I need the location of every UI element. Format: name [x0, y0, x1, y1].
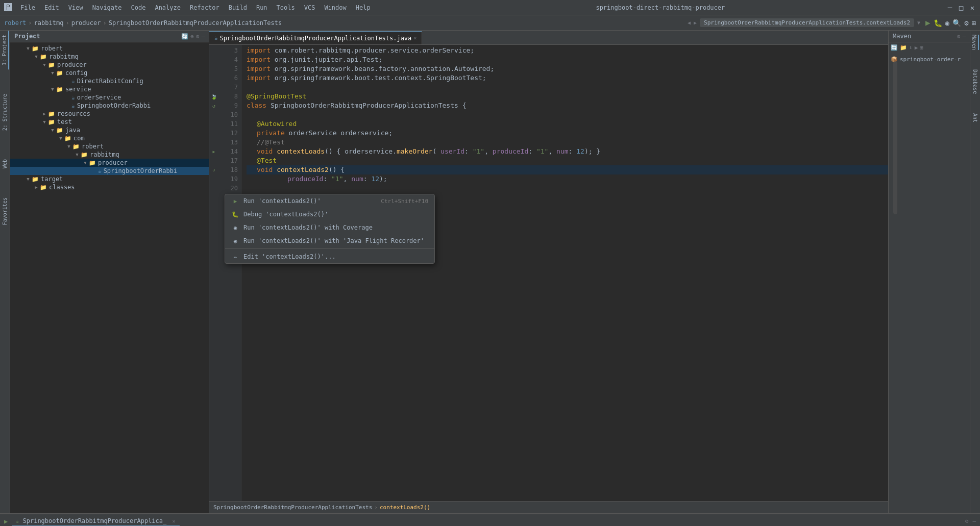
editor-tab-main[interactable]: ☕ SpringbootOrderRabbitmqProducerApplica…	[209, 31, 422, 44]
linenum-5: 5	[218, 64, 238, 73]
coverage-button[interactable]: ◉	[945, 19, 949, 27]
maven-add-icon[interactable]: 📁	[900, 44, 907, 51]
right-tab-database[interactable]: Database	[972, 69, 978, 94]
nav-back-button[interactable]: ◀	[688, 20, 691, 26]
tree-item-com[interactable]: ▼ 📁 com	[10, 134, 209, 142]
menu-vcs[interactable]: VCS	[300, 3, 320, 12]
ctx-edit[interactable]: ✏ Edit 'contextLoads2()'...	[225, 250, 434, 263]
maven-settings-icon[interactable]: ⚙	[957, 33, 961, 40]
menu-tools[interactable]: Tools	[273, 3, 299, 12]
ctx-run[interactable]: ▶ Run 'contextLoads2()' Ctrl+Shift+F10	[225, 194, 434, 208]
maven-scrollbar[interactable]	[893, 61, 897, 214]
tree-item-springboot-test[interactable]: ▶ ☕ SpringbootOrderRabbi	[10, 167, 209, 175]
gutter-3	[209, 46, 218, 55]
left-tab-structure[interactable]: 2: Structure	[1, 90, 9, 135]
close-button[interactable]: ✕	[969, 4, 976, 11]
debug-button[interactable]: 🐛	[934, 19, 942, 27]
menu-build[interactable]: Build	[225, 3, 251, 12]
right-tab-ant[interactable]: Ant	[972, 113, 978, 122]
tree-item-producer[interactable]: ▼ 📁 producer	[10, 61, 209, 69]
maven-expand-icon[interactable]: ⊞	[920, 44, 923, 51]
linenum-18: 18	[218, 165, 238, 174]
minimize-panel-icon[interactable]: —	[201, 33, 205, 40]
tree-item-config[interactable]: ▼ 📁 config	[10, 69, 209, 77]
ctx-debug[interactable]: 🐛 Debug 'contextLoads2()'	[225, 208, 434, 221]
main-layout: 1: Project 2: Structure Web Favorites Pr…	[0, 31, 980, 513]
tree-item-target[interactable]: ▼ 📁 target	[10, 175, 209, 183]
maven-download-icon[interactable]: ⬇	[909, 44, 913, 51]
breadcrumb-robert[interactable]: robert	[4, 19, 26, 27]
editor-area: ☕ SpringbootOrderRabbitmqProducerApplica…	[209, 31, 888, 513]
menu-help[interactable]: Help	[352, 3, 375, 12]
right-side-tabs: Maven Database Ant	[970, 31, 980, 513]
layout-button[interactable]: ⊞	[972, 19, 976, 27]
tree-item-java[interactable]: ▼ 📁 java	[10, 126, 209, 134]
right-tab-maven[interactable]: Maven	[971, 35, 979, 50]
menu-navigate[interactable]: Navigate	[88, 3, 126, 12]
breadcrumb-producer[interactable]: producer	[71, 19, 101, 27]
code-line-3: import com.robert.rabbitmq.producer.serv…	[247, 46, 888, 55]
tree-item-springboot-service[interactable]: ▶ ☕ SpringbootOrderRabbi	[10, 102, 209, 110]
maven-run-icon[interactable]: ▶	[915, 44, 918, 51]
minimize-button[interactable]: ─	[946, 4, 953, 11]
linenum-17: 17	[218, 156, 238, 165]
tab-close-button[interactable]: ✕	[413, 35, 416, 41]
breadcrumb-rabbitmq[interactable]: rabbitmq	[34, 19, 64, 27]
left-tab-project[interactable]: 1: Project	[1, 31, 9, 69]
bottom-minimize-icon[interactable]: —	[972, 518, 976, 524]
code-line-20	[247, 184, 888, 193]
run-tab[interactable]: ☕ SpringbootOrderRabbitmqProducerApplica…	[12, 516, 179, 527]
locate-icon[interactable]: ⊕	[190, 33, 194, 40]
tree-label-com: com	[74, 135, 85, 142]
left-tab-favorites[interactable]: Favorites	[1, 193, 9, 229]
window-controls: ─ □ ✕	[946, 4, 976, 11]
maven-refresh-icon[interactable]: 🔄	[891, 44, 898, 51]
tree-item-robert[interactable]: ▼ 📁 robert	[10, 44, 209, 53]
breadcrumb-file[interactable]: SpringbootOrderRabbitmqProducerApplicati…	[109, 19, 282, 27]
search-button[interactable]: 🔍	[952, 19, 961, 27]
tree-item-orderservice[interactable]: ▶ ☕ orderService	[10, 93, 209, 102]
app-logo: 🅿	[4, 3, 12, 12]
bottom-settings-icon[interactable]: ⚙	[965, 518, 969, 524]
menu-code[interactable]: Code	[127, 3, 150, 12]
menu-edit[interactable]: Edit	[40, 3, 63, 12]
tree-label-directrabbitconfig: DirectRabbitConfig	[77, 78, 143, 85]
tree-arrow-producer: ▼	[41, 62, 48, 67]
run-config-dropdown-icon[interactable]: ▼	[917, 20, 920, 26]
run-tab-close[interactable]: ✕	[173, 518, 176, 524]
tree-item-service[interactable]: ▼ 📁 service	[10, 85, 209, 93]
gutter-8: 🍃	[209, 92, 218, 101]
tree-item-robert-test[interactable]: ▼ 📁 robert	[10, 142, 209, 151]
run-config-selector[interactable]: SpringbootOrderRabbitmqProducerApplicati…	[700, 18, 914, 27]
tree-item-rabbitmq[interactable]: ▼ 📁 rabbitmq	[10, 53, 209, 61]
tree-item-test[interactable]: ▼ 📁 test	[10, 118, 209, 126]
maven-project-item[interactable]: 📦 springboot-order-r	[891, 55, 968, 64]
ctx-coverage[interactable]: ◉ Run 'contextLoads2()' with Coverage	[225, 221, 434, 234]
maven-close-icon[interactable]: —	[962, 33, 966, 40]
code-line-8: @SpringBootTest	[247, 92, 888, 101]
tree-item-producer-test[interactable]: ▼ 📁 producer	[10, 159, 209, 167]
ctx-flight-recorder[interactable]: ◉ Run 'contextLoads2()' with 'Java Fligh…	[225, 234, 434, 247]
maximize-button[interactable]: □	[958, 4, 965, 11]
code-line-17: @Test	[247, 156, 888, 165]
menu-run[interactable]: Run	[252, 3, 272, 12]
menu-view[interactable]: View	[64, 3, 87, 12]
code-content[interactable]: import com.robert.rabbitmq.producer.serv…	[241, 45, 888, 501]
left-tab-web[interactable]: Web	[1, 155, 9, 172]
menu-analyze[interactable]: Analyze	[151, 3, 185, 12]
tree-item-classes[interactable]: ▶ 📁 classes	[10, 183, 209, 191]
folder-icon-producer-test: 📁	[89, 160, 96, 166]
tree-item-rabbitmq-test[interactable]: ▼ 📁 rabbitmq	[10, 151, 209, 159]
run-button[interactable]: ▶	[925, 18, 930, 28]
settings-icon[interactable]: ⚙	[964, 19, 968, 27]
menu-window[interactable]: Window	[320, 3, 350, 12]
folder-icon-classes: 📁	[40, 184, 47, 191]
nav-forward-button[interactable]: ▶	[694, 20, 697, 26]
tree-item-directrabbitconfig[interactable]: ▶ ☕ DirectRabbitConfig	[10, 77, 209, 85]
code-line-13: //@Test	[247, 138, 888, 147]
gear-icon[interactable]: ⚙	[196, 33, 200, 40]
tree-item-resources[interactable]: ▶ 📁 resources	[10, 110, 209, 118]
menu-refactor[interactable]: Refactor	[186, 3, 224, 12]
menu-file[interactable]: File	[16, 3, 39, 12]
sync-icon[interactable]: 🔄	[181, 33, 188, 40]
